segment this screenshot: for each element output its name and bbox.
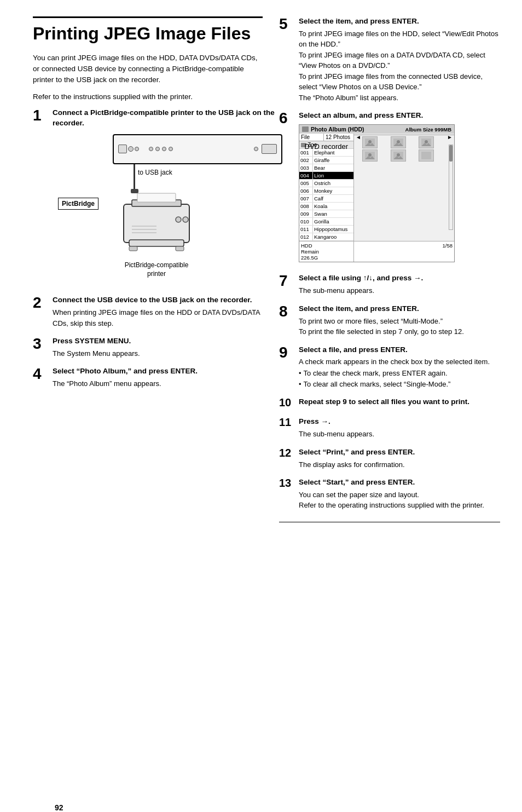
step-4: 4 Select “Photo Album,” and press ENTER.… [33, 366, 263, 389]
step-4-number: 4 [33, 366, 48, 389]
svg-rect-10 [176, 246, 184, 251]
album-footer: HDD Remain 226.5G 1/58 [299, 241, 454, 262]
album-items-list: 001Elephant002Giraffe003Bear004Lion005Os… [299, 149, 353, 241]
scrollbar[interactable] [449, 145, 453, 230]
svg-point-21 [368, 153, 372, 157]
scrollbar-thumb[interactable] [449, 145, 453, 162]
album-row-4: 004Lion [299, 172, 353, 180]
album-row-7: 007Calf [299, 195, 353, 203]
svg-point-4 [176, 217, 181, 222]
step-2-number: 2 [33, 295, 48, 329]
step-5-body-2: To print JPEG image files on a DATA DVD/… [299, 50, 500, 71]
svg-rect-9 [129, 246, 137, 251]
step-2-body: When printing JPEG image files on the HD… [53, 307, 263, 329]
step-10: 10 Repeat step 9 to select all files you… [279, 397, 500, 409]
step-3: 3 Press SYSTEM MENU. The System Menu app… [33, 336, 263, 359]
step-4-body: The “Photo Album” menu appears. [53, 378, 263, 389]
step-9-bullet-1: To clear the check mark, press ENTER aga… [299, 368, 500, 378]
album-row-3: 003Bear [299, 164, 353, 172]
step-3-body: The System Menu appears. [53, 348, 263, 359]
svg-point-24 [397, 153, 400, 157]
album-row-12: 012Kangaroo [299, 233, 353, 241]
album-footer-left: HDD Remain 226.5G [299, 241, 354, 262]
step-1-number: 1 [33, 108, 48, 287]
step-11-number: 11 [279, 417, 294, 439]
step-8: 8 Select the item, and press ENTER. To p… [279, 304, 500, 337]
dvd-recorder-box [113, 134, 282, 164]
step-5-body-1: To print JPEG image files on the HDD, se… [299, 28, 500, 50]
printer-label: PictBridge-compatibleprinter [113, 261, 200, 279]
album-row-11: 011Hippopotamus [299, 226, 353, 233]
album-header-row: File 12 Photos [299, 134, 353, 141]
pictbridge-label: PictBridge [58, 198, 98, 210]
step-13: 13 Select “Start,” and press ENTER. You … [279, 477, 500, 511]
svg-point-12 [368, 140, 372, 143]
printer-svg [113, 188, 200, 264]
dvd-recorder-label: DVD recorder [305, 142, 348, 151]
step-2: 2 Connect the USB device to the USB jack… [33, 295, 263, 329]
step-12-body: The display asks for confirmation. [299, 459, 500, 470]
thumb-6 [419, 149, 434, 162]
page-title: Printing JPEG Image Files [33, 24, 263, 44]
step-13-heading: Select “Start,” and press ENTER. [299, 477, 500, 488]
album-title: Photo Album (HDD) [311, 126, 364, 133]
step-9-body: A check mark appears in the check box by… [299, 356, 500, 367]
step-7-body: The sub-menu appears. [299, 285, 500, 296]
footer-hdd-label: HDD [301, 243, 352, 249]
intro-paragraph-1: You can print JPEG image files on the HD… [33, 53, 263, 86]
footer-remain-size: 226.5G [301, 255, 352, 261]
thumb-2 [391, 136, 406, 148]
step-8-number: 8 [279, 304, 294, 337]
step-9: 9 Select a file, and press ENTER. A chec… [279, 345, 500, 390]
album-icon [302, 126, 309, 132]
album-row-10: 010Gorilla [299, 218, 353, 226]
step-6-heading: Select an album, and press ENTER. [299, 111, 500, 121]
svg-point-18 [425, 140, 428, 143]
album-col2-count: 12 Photos [324, 134, 353, 141]
footer-remain-label: Remain [301, 249, 352, 255]
step-7: 7 Select a file using ↑/↓, and press →. … [279, 273, 500, 296]
photo-thumbnails-grid [361, 135, 447, 163]
step-5-body-4: The “Photo Album” list appears. [299, 93, 500, 103]
step-12-number: 12 [279, 447, 294, 470]
step-13-body-2: Refer to the operating instructions supp… [299, 500, 500, 511]
album-row-5: 005Ostrich [299, 180, 353, 187]
step-10-number: 10 [279, 397, 294, 409]
album-row-9: 009Swan [299, 210, 353, 218]
thumb-5 [391, 149, 406, 162]
thumb-4 [362, 149, 378, 162]
step-3-number: 3 [33, 336, 48, 359]
step-5-number: 5 [279, 16, 294, 103]
svg-rect-3 [129, 240, 184, 246]
photo-album-titlebar: Photo Album (HDD) Album Size 999MB [299, 125, 454, 134]
page-title-section: Printing JPEG Image Files [33, 16, 263, 44]
svg-rect-0 [124, 204, 189, 243]
step-9-heading: Select a file, and press ENTER. [299, 345, 500, 355]
step-1-heading: Connect a PictBridge-compatible printer … [53, 108, 282, 129]
thumb-3 [419, 136, 434, 148]
album-row-8: 008Koala [299, 203, 353, 210]
bottom-divider [279, 522, 500, 522]
album-size: Album Size 999MB [405, 126, 451, 133]
diagram: DVD recorder to USB jack PictBridge [53, 134, 282, 279]
step-7-heading: Select a file using ↑/↓, and press →. [299, 273, 500, 284]
photo-album-right-panel: ◄ ► [354, 134, 454, 241]
album-row-6: 006Monkey [299, 187, 353, 195]
step-12: 12 Select “Print,” and press ENTER. The … [279, 447, 500, 470]
step-8-body-1: To print two or more files, select “Mult… [299, 316, 500, 327]
step-13-number: 13 [279, 477, 294, 511]
step-10-heading: Repeat step 9 to select all files you wa… [299, 397, 500, 407]
step-5-heading: Select the item, and press ENTER. [299, 16, 500, 27]
step-4-heading: Select “Photo Album,” and press ENTER. [53, 366, 263, 377]
svg-rect-2 [137, 193, 176, 202]
album-footer-right: 1/58 [354, 241, 454, 262]
step-8-heading: Select the item, and press ENTER. [299, 304, 500, 314]
step-11-body: The sub-menu appears. [299, 429, 500, 440]
step-8-body-2: To print the file selected in step 7 onl… [299, 326, 500, 337]
svg-rect-26 [421, 152, 431, 159]
svg-point-5 [183, 217, 188, 222]
step-9-bullet-2: To clear all check marks, select “Single… [299, 379, 500, 389]
step-9-number: 9 [279, 345, 294, 390]
usb-jack-label: to USB jack [138, 169, 172, 176]
step-2-heading: Connect the USB device to the USB jack o… [53, 295, 263, 306]
